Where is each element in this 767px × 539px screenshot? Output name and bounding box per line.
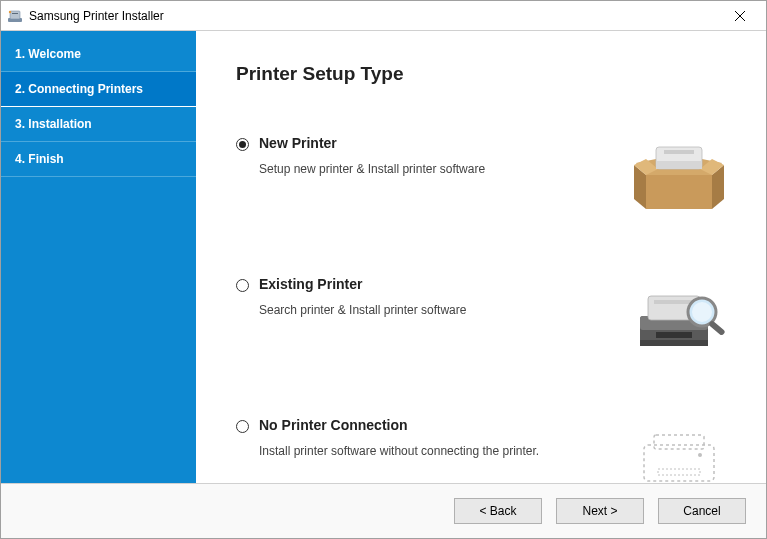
sidebar-item-connecting[interactable]: 2. Connecting Printers	[1, 72, 196, 107]
option-no-printer: No Printer Connection Install printer so…	[236, 417, 736, 502]
no-printer-outline-icon	[621, 417, 736, 502]
svg-point-22	[692, 302, 712, 322]
option-title[interactable]: Existing Printer	[259, 276, 611, 292]
existing-printer-search-icon	[621, 276, 736, 361]
svg-rect-2	[12, 13, 18, 14]
sidebar-item-finish[interactable]: 4. Finish	[1, 142, 196, 177]
page-title: Printer Setup Type	[236, 63, 736, 85]
titlebar: Samsung Printer Installer	[1, 1, 766, 31]
sidebar: 1. Welcome 2. Connecting Printers 3. Ins…	[1, 31, 196, 483]
option-desc: Setup new printer & Install printer soft…	[259, 161, 611, 178]
sidebar-item-label: 3. Installation	[15, 117, 92, 131]
window-title: Samsung Printer Installer	[29, 9, 720, 23]
sidebar-item-label: 4. Finish	[15, 152, 64, 166]
radio-no-printer[interactable]	[236, 420, 249, 433]
close-button[interactable]	[720, 2, 760, 30]
option-existing-printer: Existing Printer Search printer & Instal…	[236, 276, 736, 361]
svg-point-3	[9, 10, 11, 12]
svg-rect-23	[708, 320, 726, 336]
option-desc: Search printer & Install printer softwar…	[259, 302, 611, 319]
svg-rect-13	[656, 161, 702, 169]
option-new-printer: New Printer Setup new printer & Install …	[236, 135, 736, 220]
option-title[interactable]: New Printer	[259, 135, 611, 151]
option-text: New Printer Setup new printer & Install …	[259, 135, 611, 178]
svg-rect-20	[656, 332, 692, 338]
option-text: Existing Printer Search printer & Instal…	[259, 276, 611, 319]
app-icon	[7, 8, 23, 24]
svg-rect-26	[658, 469, 700, 475]
svg-rect-1	[10, 11, 20, 19]
radio-existing-printer[interactable]	[236, 279, 249, 292]
svg-rect-19	[640, 340, 708, 346]
svg-rect-24	[644, 445, 714, 481]
option-title[interactable]: No Printer Connection	[259, 417, 611, 433]
sidebar-item-installation[interactable]: 3. Installation	[1, 107, 196, 142]
main-area: 1. Welcome 2. Connecting Printers 3. Ins…	[1, 31, 766, 483]
sidebar-item-label: 2. Connecting Printers	[15, 82, 143, 96]
svg-rect-8	[646, 175, 712, 209]
new-printer-box-icon	[621, 135, 736, 220]
option-body: No Printer Connection Install printer so…	[236, 417, 611, 460]
option-body: Existing Printer Search printer & Instal…	[236, 276, 611, 319]
radio-new-printer[interactable]	[236, 138, 249, 151]
svg-rect-18	[654, 300, 694, 304]
svg-point-27	[698, 453, 702, 457]
option-desc: Install printer software without connect…	[259, 443, 611, 460]
sidebar-item-welcome[interactable]: 1. Welcome	[1, 37, 196, 72]
option-text: No Printer Connection Install printer so…	[259, 417, 611, 460]
option-body: New Printer Setup new printer & Install …	[236, 135, 611, 178]
sidebar-item-label: 1. Welcome	[15, 47, 81, 61]
svg-rect-25	[654, 435, 704, 449]
content-panel: Printer Setup Type New Printer Setup new…	[196, 31, 766, 483]
svg-rect-14	[664, 150, 694, 154]
